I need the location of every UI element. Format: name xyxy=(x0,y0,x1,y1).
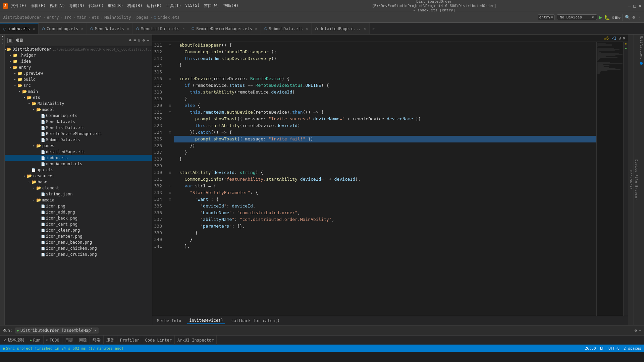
fold-marker[interactable] xyxy=(167,176,173,183)
tool-panel-button[interactable]: ArkUI Inspector xyxy=(175,336,217,345)
code-line[interactable]: "want": { xyxy=(174,196,596,203)
fold-marker[interactable] xyxy=(167,203,173,209)
code-line[interactable]: this.startAbility(remoteDevice.deviceId) xyxy=(174,122,596,129)
code-line[interactable]: "abilityName": "com.distributed.order.Ma… xyxy=(174,216,596,223)
fold-marker[interactable] xyxy=(167,230,173,236)
code-line[interactable]: "deviceId": deviceId, xyxy=(174,203,596,209)
code-line[interactable]: "StartAbilityParameter": { xyxy=(174,189,596,196)
list-item[interactable]: 📄icon_cart.png xyxy=(5,221,152,227)
menu-item[interactable]: 工具(T) xyxy=(164,2,183,9)
fold-marker[interactable]: ⊟ xyxy=(167,102,173,109)
fold-marker[interactable] xyxy=(167,62,173,69)
error-nav-down[interactable]: ∨ xyxy=(623,36,625,41)
list-item[interactable]: ▸📁.preview xyxy=(5,70,152,76)
editor-tab[interactable]: ⬡RemoteDeviceManager.ets✕ xyxy=(188,23,261,34)
tool-panel-button[interactable]: 日志 xyxy=(62,336,76,345)
list-item[interactable]: 📄icon.png xyxy=(5,203,152,209)
editor-tab[interactable]: ⬡CommonLog.ets✕ xyxy=(39,23,87,34)
sidebar-sort-icon[interactable]: ⇅ xyxy=(138,38,140,43)
fold-marker[interactable] xyxy=(167,82,173,89)
fold-marker[interactable] xyxy=(167,89,173,96)
editor-tab[interactable]: ⬡MenuListData.ets✕ xyxy=(133,23,189,34)
tab-close-icon[interactable]: ✕ xyxy=(364,27,366,31)
code-line[interactable]: startAbility(deviceId: string) { xyxy=(174,169,596,176)
list-item[interactable]: 📄icon_menu_bacon.png xyxy=(5,239,152,245)
tab-close-icon[interactable]: ✕ xyxy=(127,27,129,31)
editor-tab[interactable]: ⬡index.ets✕ xyxy=(0,23,39,34)
fold-marker[interactable] xyxy=(167,149,173,156)
fold-marker[interactable] xyxy=(167,69,173,75)
sidebar-refresh-icon[interactable]: ⊕ xyxy=(129,38,131,43)
search-icon[interactable]: 🔍 xyxy=(625,15,630,20)
error-nav-up[interactable]: ∧ xyxy=(619,36,622,41)
list-item[interactable]: 📄index.ets xyxy=(5,155,152,161)
code-editor[interactable]: aboutToDisappear() { CommonLog.info('abo… xyxy=(173,42,596,316)
editor-tab[interactable]: ⬡detailedPage.e...✕ xyxy=(312,23,370,34)
code-line[interactable]: CommonLog.info('aboutToDisappear'); xyxy=(174,49,596,55)
settings-run-btn[interactable]: ⚙ xyxy=(612,15,614,20)
fold-marker[interactable] xyxy=(167,142,173,149)
list-item[interactable]: 📄CommonLog.ets xyxy=(5,113,152,119)
code-line[interactable]: } xyxy=(174,62,596,69)
tab-close-icon[interactable]: ✕ xyxy=(81,27,83,31)
tab-close-icon[interactable]: ✕ xyxy=(33,27,35,31)
list-item[interactable]: ▾📂src xyxy=(5,82,152,88)
menu-item[interactable]: 文件(F) xyxy=(9,2,28,9)
entry-selector[interactable]: entry ▼ xyxy=(538,14,555,20)
code-line[interactable]: var str1 = { xyxy=(174,183,596,189)
menu-item[interactable]: VCS(S) xyxy=(183,2,201,9)
list-item[interactable]: ▸📁.hvigor xyxy=(5,52,152,58)
code-line[interactable]: prompt.showToast({ message: "Invite fail… xyxy=(174,136,596,142)
sidebar-toolbar[interactable]: ⊕ ≡ ⇅ ⚙ — xyxy=(129,38,149,43)
code-line[interactable]: } xyxy=(174,96,596,102)
list-item[interactable]: ▾📂entry xyxy=(5,64,152,70)
tab-close-icon[interactable]: ✕ xyxy=(306,27,308,31)
fold-marker[interactable] xyxy=(167,156,173,163)
run-minimize-icon[interactable]: — xyxy=(639,328,641,333)
list-item[interactable]: 📄icon_clear.png xyxy=(5,227,152,233)
code-line[interactable]: this.remoteDm.authDevice(remoteDevice).t… xyxy=(174,109,596,116)
code-line[interactable]: this.startAbility(remoteDevice.deviceId) xyxy=(174,89,596,96)
code-line[interactable]: this.remoteDm.stopDeviceDiscovery() xyxy=(174,55,596,62)
menu-item[interactable]: 导航(N) xyxy=(67,2,86,9)
fold-marker[interactable]: ⊟ xyxy=(167,189,173,196)
fold-marker[interactable]: ⊟ xyxy=(167,196,173,203)
list-item[interactable]: ▾📂media xyxy=(5,197,152,203)
fold-marker[interactable] xyxy=(167,163,173,169)
menu-item[interactable]: 帮助(H) xyxy=(221,2,240,9)
code-line[interactable]: } xyxy=(174,156,596,163)
menu-item[interactable]: 编辑(E) xyxy=(29,2,48,9)
reload-button[interactable]: ↺ xyxy=(618,15,621,20)
run-project-selector[interactable]: ▶ DistributedOrder [assembleHap] ✕ xyxy=(15,327,99,334)
run-settings-icon[interactable]: ⚙ xyxy=(635,328,637,333)
menu-item[interactable]: 构建(B) xyxy=(125,2,144,9)
sidebar-menu-icon[interactable]: ☰ xyxy=(7,38,13,43)
tool-panel-button[interactable]: Profiler xyxy=(117,336,143,345)
list-item[interactable]: 📄detailedPage.ets xyxy=(5,149,152,155)
run-close-icon[interactable]: ✕ xyxy=(95,328,97,332)
fold-marker[interactable] xyxy=(167,243,173,250)
bottom-tab[interactable]: MemberInfo xyxy=(155,318,183,324)
bottom-tab[interactable]: inviteDevice() xyxy=(187,317,225,324)
toolbar-run-buttons[interactable]: ▶ 🐛 ⚙ ■ ↺ xyxy=(599,14,621,20)
code-line[interactable] xyxy=(174,163,596,169)
list-item[interactable]: 📄icon_member.png xyxy=(5,233,152,239)
code-line[interactable] xyxy=(174,69,596,75)
notifications-panel[interactable]: Notifications xyxy=(639,35,644,325)
run-button[interactable]: ▶ xyxy=(599,14,602,20)
fold-marker[interactable]: ⊟ xyxy=(167,75,173,82)
code-line[interactable]: else { xyxy=(174,102,596,109)
minimize-btn[interactable]: — xyxy=(628,3,631,8)
code-line[interactable]: }; xyxy=(174,243,596,250)
more-options-icon[interactable]: ⋮ xyxy=(637,15,641,20)
activity-icon[interactable] xyxy=(2,36,3,37)
menu-item[interactable]: 代码(C) xyxy=(87,2,106,9)
fold-marker[interactable]: ⊟ xyxy=(167,109,173,116)
fold-marker[interactable]: ⊟ xyxy=(167,42,173,49)
list-item[interactable]: 📄MenuListData.ets xyxy=(5,125,152,131)
tool-panel-button[interactable]: 终端 xyxy=(90,336,104,345)
tool-panel-button[interactable]: ☑ TODO xyxy=(44,336,62,345)
code-line[interactable]: inviteDevice(remoteDevice: RemoteDevice)… xyxy=(174,75,596,82)
list-item[interactable]: 📄icon_menu_chicken.png xyxy=(5,245,152,251)
fold-marker[interactable] xyxy=(167,96,173,102)
